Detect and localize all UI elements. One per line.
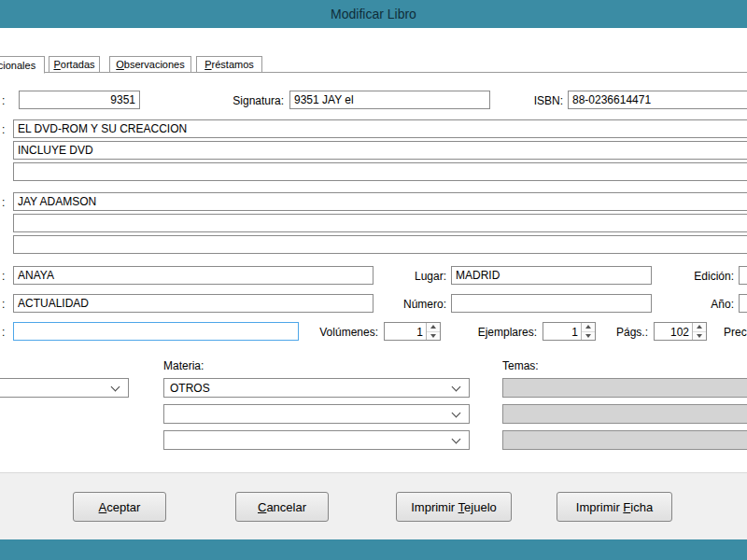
materia-label: Materia: [163,358,219,373]
spin-up-icon [585,325,591,329]
autor-label-cut: : [2,195,11,210]
spin-up-icon [430,325,436,329]
titulo-line2-input[interactable] [13,141,747,160]
campo-izquierdo-label-cut: : [2,325,11,340]
autor-line1-input[interactable] [13,192,747,211]
aceptar-button[interactable]: Aceptar [73,492,166,522]
materia-combobox-2[interactable] [163,404,470,424]
titulo-line3-input[interactable] [13,162,747,181]
spin-down-icon [697,334,702,338]
lugar-input[interactable] [451,266,652,285]
spin-down-icon [585,334,591,338]
cancelar-button[interactable]: Cancelar [235,492,329,522]
coleccion-input[interactable] [13,294,374,313]
temas-label: Temas: [502,358,558,373]
numero-label-cut: : [2,93,11,108]
ejemplares-value: 1 [543,323,581,340]
numero-input[interactable] [19,91,140,109]
spin-up-icon [697,325,702,329]
numero-serie-label: Número: [372,297,446,312]
materia-combobox-3[interactable] [163,430,470,450]
volumenes-value: 1 [385,323,426,340]
isbn-input[interactable] [568,91,747,109]
signatura-label: Signatura: [215,93,284,108]
combobox-value: OTROS [170,382,446,395]
paginas-label: Págs.: [599,325,648,340]
isbn-label: ISBN: [516,93,563,108]
tab-label: cionales [0,60,35,71]
volumenes-spin-up-button[interactable] [427,323,440,331]
paginas-spin-down-button[interactable] [693,331,706,341]
ejemplares-spinner[interactable]: 1 [543,322,596,341]
paginas-value: 102 [655,323,692,340]
chevron-down-icon [452,435,461,444]
ejemplares-spin-up-button[interactable] [582,323,595,331]
tab-prestamos[interactable]: Préstamos [196,56,262,73]
volumenes-spin-down-button[interactable] [427,331,440,341]
tab-adicionales[interactable]: cionales [0,56,45,74]
edicion-input[interactable] [739,266,747,285]
numero-serie-input[interactable] [451,294,652,313]
chevron-down-icon [452,409,461,418]
tab-label: Observaciones [116,59,184,70]
volumenes-label: Volúmenes: [306,325,378,340]
spin-buttons [426,323,440,340]
tipo-combobox[interactable] [0,378,129,398]
titulo-line1-input[interactable] [13,119,747,138]
titulo-label-cut: : [2,122,11,137]
titlebar: Modificar Libro [0,0,747,28]
anio-input[interactable] [739,294,747,313]
tab-observaciones[interactable]: Observaciones [109,56,191,73]
autor-line2-input[interactable] [13,214,747,232]
lugar-label: Lugar: [372,269,446,284]
temas-field-3 [502,430,747,450]
precio-label: Precio: [724,325,747,340]
anio-label: Año: [680,297,734,312]
modificar-libro-window: Modificar Libro cionales Portadas Observ… [0,0,747,560]
signatura-input[interactable] [289,91,490,109]
bottom-bar [0,539,747,560]
focused-field-input[interactable] [13,322,299,341]
tab-label: Portadas [53,59,94,70]
paginas-spin-up-button[interactable] [693,323,706,331]
ejemplares-spin-down-button[interactable] [582,331,595,341]
tab-label: Préstamos [204,59,254,70]
temas-field-2 [502,404,747,424]
edicion-label: Edición: [652,269,734,284]
chevron-down-icon [452,383,461,392]
tab-portadas[interactable]: Portadas [49,56,100,73]
spin-buttons [692,323,706,340]
chevron-down-icon [111,383,120,392]
paginas-spinner[interactable]: 102 [654,322,707,341]
editorial-label-cut: : [2,269,11,284]
volumenes-spinner[interactable]: 1 [384,322,441,341]
materia-combobox-1[interactable]: OTROS [163,378,470,398]
editorial-input[interactable] [13,266,374,285]
ejemplares-label: Ejemplares: [465,325,537,340]
imprimir-ficha-button[interactable]: Imprimir Ficha [557,492,672,522]
coleccion-label-cut: : [2,297,11,312]
autor-line3-input[interactable] [13,235,747,254]
spin-buttons [581,323,595,340]
imprimir-tejuelo-button[interactable]: Imprimir Tejuelo [396,492,512,522]
temas-field-1 [502,378,747,398]
window-title: Modificar Libro [331,7,416,21]
spin-down-icon [430,334,436,338]
